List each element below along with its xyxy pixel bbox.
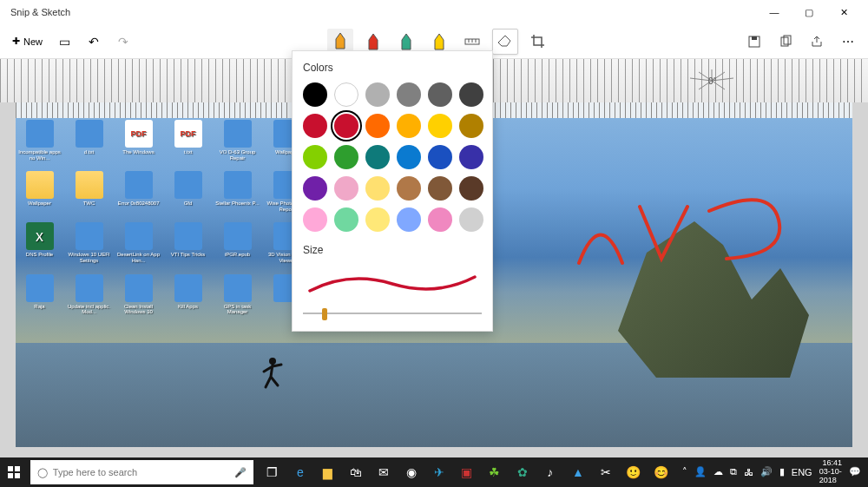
desktop-icon[interactable]: VO D-63 Group Repair [214,120,261,161]
desktop-icon[interactable]: Windows 10 UEFI Settings [65,222,113,263]
color-swatch[interactable] [397,82,421,107]
tray-onedrive-icon[interactable]: ☁ [713,466,723,477]
redo-button[interactable]: ↷ [110,29,136,55]
desktop-icon-label: d.txt [84,149,94,155]
crop-tool[interactable] [525,29,551,55]
color-swatch[interactable] [459,176,483,201]
protractor[interactable]: 0° [686,68,738,94]
color-swatch[interactable] [334,145,358,169]
search-input[interactable] [53,467,229,477]
close-button[interactable]: ✕ [826,0,861,24]
desktop-icon[interactable]: Wallpaper [16,171,63,212]
color-swatch[interactable] [365,145,390,169]
eraser-icon [496,34,514,49]
desktop-icon[interactable]: DesertLink on App Han... [115,222,162,263]
share-button[interactable] [804,29,830,55]
taskbar-clock[interactable]: 16:41 03-10-2018 [819,459,842,485]
desktop-icon[interactable]: Raja [16,274,63,315]
slider-thumb[interactable] [322,308,327,320]
color-swatch[interactable] [303,176,327,201]
file-icon [125,274,153,302]
avatar-2[interactable]: 😊 [648,457,675,487]
tray-lang[interactable]: ENG [792,467,812,477]
desktop-icon[interactable]: iPGR.epub [214,222,261,263]
minimize-button[interactable]: — [757,0,792,24]
rect-snip-button[interactable]: ▭ [51,29,77,55]
color-swatch[interactable] [303,145,327,169]
color-swatch[interactable] [365,207,390,232]
explorer-app-icon[interactable]: ▆ [314,457,342,487]
color-swatch[interactable] [365,176,390,201]
desktop-icon[interactable]: Clean Install Windows 10 [115,274,162,315]
desktop-icon[interactable]: GPS in task Manager [214,274,261,315]
color-swatch[interactable] [365,114,390,138]
tray-dropbox-icon[interactable]: ⧉ [730,466,737,477]
maximize-button[interactable]: ▢ [792,0,826,24]
edge-app-icon[interactable]: e [286,457,314,487]
color-swatch[interactable] [303,114,327,138]
app-icon-1[interactable]: ▣ [453,457,481,487]
desktop-icon[interactable]: Kill Apps [164,274,212,315]
undo-button[interactable]: ↶ [81,29,107,55]
desktop-icon[interactable]: Stellar Phoenix P... [214,171,261,212]
snip-app-icon[interactable]: ✂ [592,457,620,487]
color-swatch[interactable] [428,114,452,138]
app-icon-2[interactable]: ☘ [481,457,509,487]
itunes-app-icon[interactable]: ♪ [536,457,564,487]
color-swatch[interactable] [459,82,483,107]
desktop-icon[interactable]: VTI Tips Tricks [164,222,212,263]
mic-icon[interactable]: 🎤 [234,467,247,478]
copy-button[interactable] [773,29,799,55]
color-swatch[interactable] [303,82,327,107]
desktop-icon[interactable]: Update incl applic. Mod... [65,274,113,315]
tray-people-icon[interactable]: 👤 [694,466,707,477]
tray-volume-icon[interactable]: 🔊 [760,466,773,477]
color-swatch[interactable] [459,207,483,232]
color-swatch[interactable] [428,176,452,201]
color-swatch[interactable] [397,176,421,201]
desktop-icon[interactable]: d.txt [65,120,113,161]
color-swatch[interactable] [334,82,358,107]
protractor-angle: 0° [708,76,717,86]
color-swatch[interactable] [334,207,358,232]
color-swatch[interactable] [397,207,421,232]
color-swatch[interactable] [397,145,421,169]
desktop-icon[interactable]: PDFt.txt [164,120,212,161]
color-swatch[interactable] [334,176,358,201]
task-view-button[interactable]: ❐ [259,457,286,487]
taskbar-search[interactable]: ◯ 🎤 [30,460,253,484]
chrome-app-icon[interactable]: ◉ [398,457,425,487]
save-button[interactable] [741,29,767,55]
color-swatch[interactable] [303,207,327,232]
tray-network-icon[interactable]: 🖧 [744,467,753,477]
color-swatch[interactable] [365,82,390,107]
more-button[interactable]: ⋯ [835,29,861,55]
mail-app-icon[interactable]: ✉ [370,457,398,487]
new-snip-button[interactable]: ✚ New [7,29,48,55]
photos-app-icon[interactable]: ▲ [564,457,592,487]
desktop-icon[interactable]: Error 0x80248007 [115,171,162,212]
color-swatch[interactable] [428,207,452,232]
color-swatch[interactable] [397,114,421,138]
app-icon-3[interactable]: ✿ [509,457,536,487]
tray-battery-icon[interactable]: ▮ [779,466,785,477]
desktop-icon[interactable]: TWC [65,171,113,212]
color-swatch[interactable] [459,145,483,169]
size-slider[interactable] [303,306,482,320]
desktop-icon[interactable]: xDNS Profile [16,222,63,263]
store-app-icon[interactable]: 🛍 [342,457,370,487]
start-button[interactable] [0,457,29,487]
desktop-icon[interactable]: Incompatible apps no Win... [16,120,63,161]
desktop-icon-label: TWC [83,201,95,207]
desktop-icon[interactable]: Gfd [164,171,212,212]
color-swatch[interactable] [428,82,452,107]
color-swatch[interactable] [428,145,452,169]
desktop-icon[interactable]: PDFThe Windows [115,120,162,161]
color-swatch[interactable] [334,114,358,138]
action-center-icon[interactable]: 💬 [849,466,861,477]
avatar-1[interactable]: 🙂 [620,457,648,487]
tray-chevron-icon[interactable]: ˄ [682,466,687,477]
eraser-tool[interactable] [492,29,518,55]
color-swatch[interactable] [459,114,483,138]
telegram-app-icon[interactable]: ✈ [425,457,453,487]
